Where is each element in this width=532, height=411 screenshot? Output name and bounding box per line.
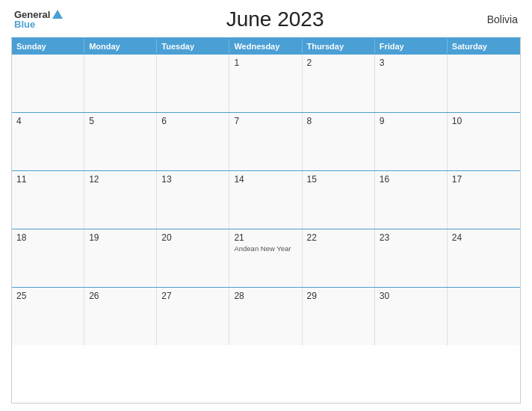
day-number: 25 xyxy=(16,291,79,301)
calendar-cell: 10 xyxy=(448,113,520,170)
calendar-row-1: 123 xyxy=(12,54,520,112)
calendar-cell xyxy=(157,55,229,112)
weekday-tuesday: Tuesday xyxy=(157,39,229,54)
day-number: 15 xyxy=(307,174,370,185)
day-number: 9 xyxy=(380,116,442,126)
day-number: 8 xyxy=(307,116,370,126)
weekday-thursday: Thursday xyxy=(303,39,375,54)
calendar-cell: 20 xyxy=(157,229,229,287)
calendar: Sunday Monday Tuesday Wednesday Thursday… xyxy=(11,37,521,404)
calendar-cell xyxy=(12,55,84,112)
weekday-sunday: Sunday xyxy=(12,39,84,54)
day-number: 2 xyxy=(307,58,370,68)
calendar-cell: 7 xyxy=(229,113,302,170)
calendar-cell: 26 xyxy=(84,288,157,345)
day-number: 3 xyxy=(380,58,442,68)
calendar-header: Sunday Monday Tuesday Wednesday Thursday… xyxy=(12,39,520,54)
calendar-cell xyxy=(448,288,520,345)
calendar-row-5: 252627282930 xyxy=(12,287,520,345)
calendar-cell: 25 xyxy=(12,288,84,345)
weekday-wednesday: Wednesday xyxy=(229,39,302,54)
calendar-cell: 1 xyxy=(229,55,302,112)
calendar-cell: 23 xyxy=(375,229,448,287)
calendar-row-3: 11121314151617 xyxy=(12,170,520,229)
logo-blue-text: Blue xyxy=(14,19,35,29)
calendar-row-4: 18192021Andean New Year222324 xyxy=(12,229,520,287)
calendar-cell: 8 xyxy=(303,113,375,170)
day-number: 29 xyxy=(307,291,370,301)
header: General Blue June 2023 Bolivia xyxy=(11,7,521,31)
day-number: 22 xyxy=(307,232,370,243)
calendar-cell: 13 xyxy=(157,171,229,229)
calendar-cell: 4 xyxy=(12,113,84,170)
calendar-cell: 2 xyxy=(303,55,375,112)
calendar-cell: 17 xyxy=(448,171,520,229)
calendar-cell: 28 xyxy=(229,288,302,345)
day-number: 14 xyxy=(234,174,297,185)
day-number: 20 xyxy=(161,232,224,243)
day-number: 6 xyxy=(161,116,224,126)
day-number: 26 xyxy=(89,291,152,301)
calendar-cell: 22 xyxy=(303,229,375,287)
calendar-cell: 19 xyxy=(84,229,157,287)
calendar-cell: 14 xyxy=(229,171,302,229)
event-label: Andean New Year xyxy=(234,244,297,253)
calendar-body: 123456789101112131415161718192021Andean … xyxy=(12,54,520,345)
day-number: 21 xyxy=(234,232,297,243)
weekday-saturday: Saturday xyxy=(448,39,520,54)
calendar-cell: 12 xyxy=(84,171,157,229)
day-number: 1 xyxy=(234,58,297,68)
calendar-row-2: 45678910 xyxy=(12,112,520,170)
page: General Blue June 2023 Bolivia Sunday Mo… xyxy=(0,0,532,411)
day-number: 7 xyxy=(234,116,297,126)
day-number: 16 xyxy=(380,174,442,185)
calendar-cell xyxy=(448,55,520,112)
calendar-cell: 11 xyxy=(12,171,84,229)
day-number: 13 xyxy=(161,174,224,185)
calendar-cell: 5 xyxy=(84,113,157,170)
calendar-cell: 9 xyxy=(375,113,448,170)
day-number: 28 xyxy=(234,291,297,301)
weekday-monday: Monday xyxy=(84,39,157,54)
day-number: 23 xyxy=(380,232,442,243)
calendar-cell: 21Andean New Year xyxy=(229,229,302,287)
day-number: 4 xyxy=(16,116,79,126)
day-number: 11 xyxy=(16,174,79,185)
day-number: 12 xyxy=(89,174,152,185)
calendar-cell: 15 xyxy=(303,171,375,229)
calendar-cell: 27 xyxy=(157,288,229,345)
day-number: 27 xyxy=(161,291,224,301)
calendar-cell: 24 xyxy=(448,229,520,287)
logo-triangle-icon xyxy=(52,10,63,19)
calendar-cell: 30 xyxy=(375,288,448,345)
day-number: 5 xyxy=(89,116,152,126)
country-label: Bolivia xyxy=(487,13,518,25)
day-number: 30 xyxy=(380,291,442,301)
calendar-cell: 18 xyxy=(12,229,84,287)
calendar-title: June 2023 xyxy=(226,7,324,31)
logo: General Blue xyxy=(14,10,63,29)
day-number: 18 xyxy=(16,232,79,243)
calendar-cell: 29 xyxy=(303,288,375,345)
calendar-cell: 3 xyxy=(375,55,448,112)
calendar-cell: 6 xyxy=(157,113,229,170)
calendar-cell xyxy=(84,55,157,112)
day-number: 24 xyxy=(452,232,516,243)
day-number: 19 xyxy=(89,232,152,243)
day-number: 10 xyxy=(452,116,516,126)
calendar-cell: 16 xyxy=(375,171,448,229)
day-number: 17 xyxy=(452,174,516,185)
weekday-friday: Friday xyxy=(375,39,448,54)
